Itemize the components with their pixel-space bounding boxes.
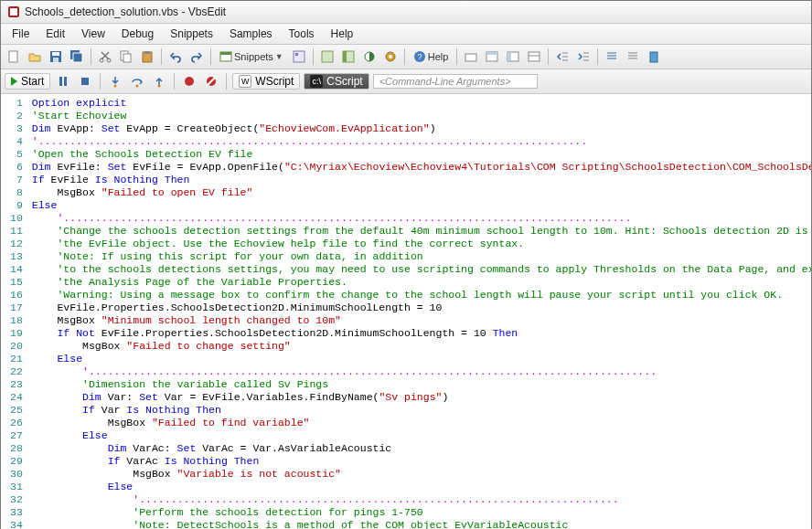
panel-icon-2[interactable] (483, 48, 501, 66)
code-editor[interactable]: 1234567891011121314151617181920212223242… (1, 94, 811, 529)
view-icon-2[interactable] (339, 48, 358, 66)
tool-icon-a[interactable] (290, 48, 308, 66)
cmdline-args-input[interactable]: <Command-Line Arguments> (373, 74, 538, 89)
bookmark-icon[interactable] (645, 48, 663, 66)
line-gutter: 1234567891011121314151617181920212223242… (1, 94, 28, 529)
gear-icon[interactable] (381, 48, 400, 66)
toolbar-debug: Start W WScript c:\ CScript <Command-Lin… (1, 69, 811, 94)
menu-view[interactable]: View (74, 26, 112, 42)
snippets-dropdown[interactable]: Snippets ▼ (216, 50, 287, 63)
step-out-icon[interactable] (150, 72, 168, 90)
wscript-button[interactable]: W WScript (232, 73, 300, 90)
comment-icon[interactable] (603, 48, 621, 66)
help-icon: ? (413, 50, 426, 63)
svg-rect-2 (9, 51, 17, 62)
toolbar-main: Snippets ▼ ? Help (1, 45, 811, 69)
breakpoint-icon[interactable] (180, 72, 198, 90)
wscript-icon: W (239, 75, 251, 88)
pause-icon[interactable] (54, 72, 72, 90)
separator (456, 48, 457, 65)
titlebar: Schools_detection_solution.vbs - VbsEdit (1, 1, 811, 24)
help-button[interactable]: ? Help (410, 50, 453, 63)
svg-rect-26 (465, 54, 476, 61)
svg-rect-13 (144, 51, 150, 54)
separator (404, 48, 405, 65)
paste-icon[interactable] (138, 48, 156, 66)
step-over-icon[interactable] (128, 72, 146, 90)
chevron-down-icon: ▼ (275, 52, 283, 61)
breakpoint-clear-icon[interactable] (202, 72, 220, 90)
separator (548, 48, 549, 65)
separator (597, 48, 598, 65)
svg-rect-15 (220, 52, 231, 55)
svg-rect-28 (486, 52, 497, 55)
svg-text:?: ? (417, 52, 422, 61)
undo-icon[interactable] (166, 48, 185, 66)
new-file-icon[interactable] (5, 48, 23, 66)
svg-rect-20 (343, 51, 347, 62)
outdent-icon[interactable] (553, 48, 572, 66)
separator (161, 48, 162, 65)
separator (210, 48, 211, 65)
menu-samples[interactable]: Samples (222, 26, 280, 42)
svg-rect-4 (52, 52, 59, 56)
separator (226, 73, 227, 90)
panel-icon-4[interactable] (525, 48, 543, 66)
svg-rect-48 (81, 78, 89, 85)
menubar: File Edit View Debug Snippets Samples To… (1, 24, 811, 45)
menu-help[interactable]: Help (324, 26, 361, 42)
separator (174, 73, 175, 90)
svg-rect-47 (64, 77, 67, 86)
cut-icon[interactable] (96, 48, 114, 66)
panel-icon-1[interactable] (462, 48, 480, 66)
view-icon-1[interactable] (318, 48, 337, 66)
svg-rect-30 (508, 52, 511, 61)
svg-point-52 (185, 77, 194, 86)
redo-icon[interactable] (187, 48, 206, 66)
menu-snippets[interactable]: Snippets (163, 26, 220, 42)
play-icon (11, 77, 17, 86)
view-icon-3[interactable] (360, 48, 379, 66)
separator (313, 48, 314, 65)
window-title: Schools_detection_solution.vbs - VbsEdit (25, 5, 226, 18)
svg-point-51 (158, 85, 161, 88)
stop-icon[interactable] (76, 72, 94, 90)
cscript-icon: c:\ (310, 75, 323, 88)
svg-rect-11 (123, 54, 131, 62)
panel-icon-3[interactable] (504, 48, 522, 66)
svg-rect-31 (529, 52, 540, 61)
code-area[interactable]: Option explicit'Start EchoviewDim EvApp:… (28, 94, 811, 529)
separator (100, 73, 101, 90)
svg-rect-7 (73, 53, 82, 62)
snippets-icon (219, 50, 232, 63)
svg-point-49 (114, 85, 117, 88)
save-all-icon[interactable] (68, 48, 86, 66)
indent-icon[interactable] (574, 48, 593, 66)
start-button[interactable]: Start (5, 73, 50, 90)
menu-debug[interactable]: Debug (114, 26, 161, 42)
menu-tools[interactable]: Tools (282, 26, 322, 42)
save-icon[interactable] (47, 48, 65, 66)
svg-rect-5 (53, 58, 59, 62)
svg-rect-18 (322, 51, 333, 62)
uncomment-icon[interactable] (624, 48, 642, 66)
separator (91, 48, 91, 65)
svg-point-23 (389, 55, 392, 58)
open-file-icon[interactable] (26, 48, 44, 66)
step-into-icon[interactable] (106, 72, 124, 90)
menu-file[interactable]: File (5, 26, 37, 42)
cscript-button[interactable]: c:\ CScript (304, 73, 369, 90)
svg-rect-45 (650, 52, 657, 62)
svg-rect-46 (59, 77, 62, 86)
svg-rect-17 (295, 53, 298, 56)
svg-rect-1 (10, 8, 17, 16)
svg-point-50 (136, 85, 139, 88)
copy-icon[interactable] (117, 48, 135, 66)
app-icon (6, 5, 21, 19)
menu-edit[interactable]: Edit (38, 26, 72, 42)
app-window: Schools_detection_solution.vbs - VbsEdit… (0, 0, 812, 529)
svg-rect-16 (294, 51, 304, 62)
